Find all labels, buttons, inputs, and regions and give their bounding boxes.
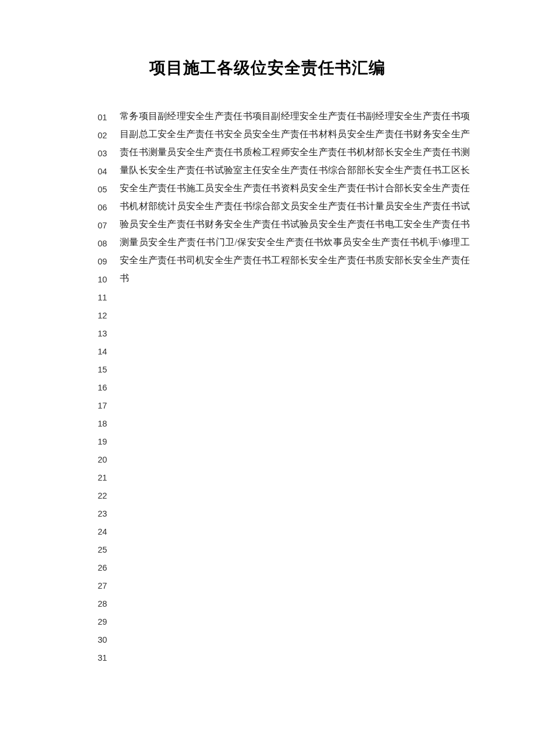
line-number: 22	[98, 487, 114, 505]
line-number: 28	[98, 595, 114, 613]
line-number: 12	[98, 307, 114, 325]
line-number: 10	[98, 271, 114, 289]
line-number: 09	[98, 253, 114, 271]
line-number: 31	[98, 649, 114, 667]
line-number: 07	[98, 217, 114, 235]
document-title: 项目施工各级位安全责任书汇编	[0, 57, 535, 79]
line-number: 17	[98, 397, 114, 415]
document-page: 项目施工各级位安全责任书汇编 0102030405060708091011121…	[0, 0, 535, 756]
document-body-area: 0102030405060708091011121314151617181920…	[98, 107, 470, 287]
line-number: 14	[98, 343, 114, 361]
line-number: 30	[98, 631, 114, 649]
line-number: 03	[98, 145, 114, 163]
line-number: 16	[98, 379, 114, 397]
line-number: 26	[98, 559, 114, 577]
line-number: 18	[98, 415, 114, 433]
line-number: 01	[98, 109, 114, 127]
line-number: 11	[98, 289, 114, 307]
line-number: 21	[98, 469, 114, 487]
line-number: 02	[98, 127, 114, 145]
line-number: 15	[98, 361, 114, 379]
line-number-gutter: 0102030405060708091011121314151617181920…	[98, 109, 114, 667]
line-number: 04	[98, 163, 114, 181]
body-text: 常务项目副经理安全生产责任书项目副经理安全生产责任书副经理安全生产责任书项目副总…	[120, 107, 470, 287]
line-number: 23	[98, 505, 114, 523]
line-number: 29	[98, 613, 114, 631]
line-number: 05	[98, 181, 114, 199]
line-number: 20	[98, 451, 114, 469]
line-number: 24	[98, 523, 114, 541]
line-number: 06	[98, 199, 114, 217]
line-number: 25	[98, 541, 114, 559]
line-number: 08	[98, 235, 114, 253]
line-number: 27	[98, 577, 114, 595]
line-number: 13	[98, 325, 114, 343]
line-number: 19	[98, 433, 114, 451]
